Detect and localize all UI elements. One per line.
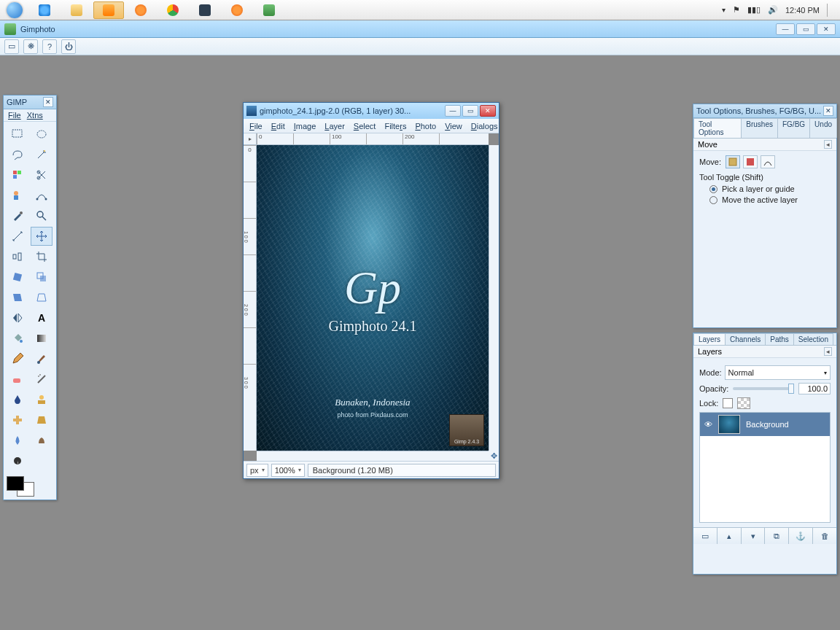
tab-tool-options[interactable]: Tool Options [693,118,742,138]
text-tool[interactable]: A [31,308,52,327]
duplicate-layer-button[interactable]: ⧉ [765,528,789,544]
clock[interactable]: 12:40 PM [785,6,820,15]
taskbar-app1[interactable] [190,1,220,19]
crop-tool[interactable] [31,247,52,266]
raise-layer-button[interactable]: ▴ [718,528,742,544]
tray-expand-icon[interactable]: ▾ [722,6,726,14]
new-layer-button[interactable]: ▭ [693,528,718,544]
measure-tool[interactable] [7,227,28,246]
lower-layer-button[interactable]: ▾ [742,528,766,544]
ink-tool[interactable] [7,390,28,409]
tray-volume-icon[interactable]: 🔊 [768,5,778,15]
tab-menu-icon[interactable]: ◂ [824,140,832,149]
navigation-icon[interactable]: ✥ [489,451,499,461]
zoom-selector[interactable]: 100% [271,464,305,477]
taskbar-explorer[interactable] [61,1,92,19]
bucket-fill-tool[interactable] [7,329,28,348]
opacity-value[interactable]: 100.0 [798,383,831,394]
perspective-clone-tool[interactable] [31,411,52,429]
color-picker-tool[interactable] [7,206,28,225]
menu-dialogs[interactable]: Dialogs [471,122,498,131]
new-window-icon[interactable]: ▭ [4,39,19,54]
tab-layers[interactable]: Layers [693,333,726,345]
anchor-layer-button[interactable]: ⚓ [789,528,813,544]
radio-move-active[interactable]: Move the active layer [709,195,831,204]
paw-icon[interactable]: ❋ [23,39,38,54]
perspective-tool[interactable] [31,288,52,307]
toolbox-menu-file[interactable]: File [8,111,21,120]
menu-select[interactable]: Select [354,122,376,131]
toolbox-close-button[interactable]: ✕ [43,97,53,107]
dodge-burn-tool[interactable] [7,451,28,470]
delete-layer-button[interactable]: 🗑 [813,528,836,544]
menu-file[interactable]: File [249,122,262,131]
scale-tool[interactable] [31,268,52,287]
foreground-color[interactable] [7,476,24,491]
scissors-tool[interactable] [31,166,52,184]
canvas[interactable]: Gp Gimphoto 24.1 Bunaken, Indonesia phot… [257,145,489,451]
flip-tool[interactable] [7,308,28,327]
blur-tool[interactable] [7,431,28,450]
taskbar-firefox[interactable] [125,1,156,19]
ruler-vertical[interactable]: 0 1 0 0 2 0 0 3 0 0 [244,145,257,451]
menu-image[interactable]: Image [294,122,316,131]
taskbar-chrome[interactable] [158,1,188,19]
rotate-tool[interactable] [7,268,28,287]
move-tool[interactable] [31,227,52,246]
layers-menu-icon[interactable]: ◂ [824,347,832,356]
menu-view[interactable]: View [445,122,462,131]
lock-alpha-icon[interactable] [737,397,750,409]
paths-tool[interactable] [31,186,52,205]
heal-tool[interactable] [7,411,28,429]
toolbox-titlebar[interactable]: GIMP ✕ [4,96,56,109]
show-desktop[interactable] [827,4,834,17]
lock-pixels-checkbox[interactable] [723,398,733,408]
app-maximize-button[interactable]: ▭ [796,23,815,35]
tray-network-icon[interactable]: ▮▮▯ [747,5,761,15]
align-tool[interactable] [7,247,28,266]
image-minimize-button[interactable]: — [445,105,461,117]
eraser-tool[interactable] [7,370,28,389]
app-close-button[interactable]: ✕ [817,23,836,35]
airbrush-tool[interactable] [31,370,52,389]
scrollbar-vertical[interactable] [489,145,499,451]
app-minimize-button[interactable]: — [776,23,795,35]
taskbar-ie[interactable] [29,1,60,19]
ellipse-select-tool[interactable] [31,125,52,144]
paintbrush-tool[interactable] [31,349,52,368]
image-maximize-button[interactable]: ▭ [462,105,478,117]
power-icon[interactable]: ⏻ [61,39,76,54]
ruler-horizontal[interactable]: 0 100 200 [257,133,489,145]
taskbar-mediaplayer[interactable] [93,1,124,19]
tab-brushes[interactable]: Brushes [741,118,778,138]
tab-selection[interactable]: Selection [793,333,833,345]
layer-name[interactable]: Background [746,420,789,429]
tab-undo[interactable]: Undo [809,118,837,138]
move-selection-icon[interactable] [743,155,758,168]
radio-pick-layer[interactable]: Pick a layer or guide [709,184,831,193]
tool-options-titlebar[interactable]: Tool Options, Brushes, FG/BG, U... ✕ [693,104,836,118]
image-titlebar[interactable]: gimphoto_24.1.jpg-2.0 (RGB, 1 layer) 30.… [244,103,499,119]
move-path-icon[interactable] [761,155,775,168]
rect-select-tool[interactable] [7,125,28,144]
ruler-corner[interactable]: ▸ [244,133,257,145]
menu-filters[interactable]: Filters [384,122,406,131]
opacity-slider[interactable] [733,387,794,390]
help-icon[interactable]: ? [42,39,57,54]
tray-flag-icon[interactable]: ⚑ [733,5,740,15]
menu-layer[interactable]: Layer [324,122,345,131]
menu-edit[interactable]: Edit [271,122,285,131]
unit-selector[interactable]: px [246,464,268,477]
magic-wand-tool[interactable] [31,145,52,164]
smudge-tool[interactable] [31,431,52,450]
image-close-button[interactable]: ✕ [480,105,496,117]
shear-tool[interactable] [7,288,28,307]
layer-row[interactable]: 👁 Background [700,413,830,436]
taskbar-gimphoto[interactable] [254,1,284,19]
zoom-tool[interactable] [31,206,52,225]
pencil-tool[interactable] [7,349,28,368]
by-color-select-tool[interactable] [7,166,28,184]
toolbox-menu-xtns[interactable]: Xtns [27,111,43,120]
tool-options-close-button[interactable]: ✕ [823,106,833,116]
visibility-eye-icon[interactable]: 👁 [704,420,712,429]
